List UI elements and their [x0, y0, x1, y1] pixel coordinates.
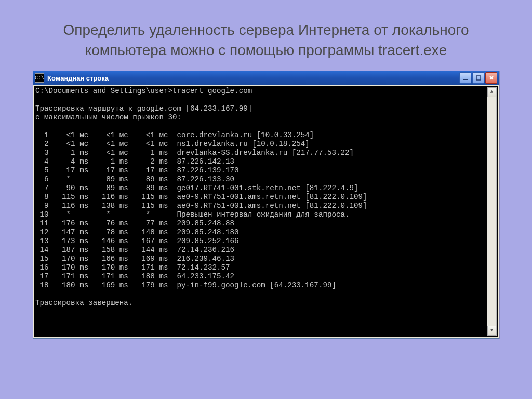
console-output: C:\Documents and Settings\user>tracert g… [35, 87, 486, 336]
console[interactable]: C:\Documents and Settings\user>tracert g… [34, 86, 498, 337]
scroll-down-button[interactable]: ▼ [487, 326, 496, 336]
close-button[interactable] [485, 72, 497, 84]
window-title: Командная строка [47, 74, 459, 82]
window-controls [459, 72, 497, 84]
titlebar[interactable]: C:\ Командная строка [33, 71, 499, 85]
slide-title: Определить удаленность сервера Интернета… [0, 0, 532, 71]
cmd-icon: C:\ [35, 73, 44, 83]
minimize-button[interactable] [459, 72, 471, 84]
scroll-up-button[interactable]: ▲ [487, 87, 496, 97]
command-prompt-window: C:\ Командная строка C:\Documents and Se… [33, 71, 499, 339]
scroll-track[interactable] [487, 97, 496, 326]
scrollbar[interactable]: ▲ ▼ [487, 87, 497, 336]
maximize-button[interactable] [472, 72, 484, 84]
svg-rect-0 [463, 79, 468, 80]
console-frame: C:\Documents and Settings\user>tracert g… [33, 85, 499, 338]
svg-rect-1 [476, 76, 481, 80]
